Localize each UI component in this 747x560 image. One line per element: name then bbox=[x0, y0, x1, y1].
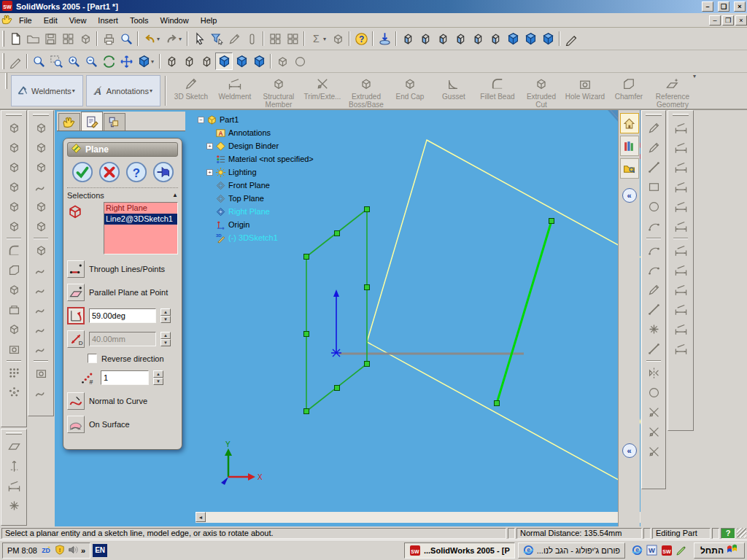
view-bottom-icon[interactable] bbox=[487, 30, 504, 47]
angle-input[interactable] bbox=[89, 308, 156, 323]
toolbar-overflow-icon[interactable]: ▾ bbox=[693, 73, 699, 109]
tree-item--3dsketch1[interactable]: 3D(-) 3DSketch1 bbox=[198, 231, 402, 244]
chamfer-icon[interactable] bbox=[4, 260, 23, 280]
unfold-icon[interactable] bbox=[31, 300, 50, 319]
extruded-boss-base-icon[interactable] bbox=[4, 118, 23, 138]
dropdown-arrow-icon[interactable]: ▾ bbox=[150, 88, 155, 94]
security-shield-icon[interactable]: ! bbox=[55, 545, 65, 556]
menu-window[interactable]: Window bbox=[155, 15, 195, 26]
rip-icon[interactable] bbox=[31, 339, 50, 359]
collapse-expander-icon[interactable]: − bbox=[198, 117, 204, 123]
help-icon[interactable]: ? bbox=[352, 30, 370, 47]
swept-boss-base-icon[interactable] bbox=[4, 177, 23, 197]
dropdown-arrow-icon[interactable]: ▾ bbox=[72, 88, 78, 94]
auto-dimension-icon[interactable] bbox=[671, 300, 690, 319]
on-surface-label[interactable]: On Surface bbox=[89, 420, 130, 429]
save-icon[interactable] bbox=[42, 30, 59, 47]
menu-file[interactable]: File bbox=[13, 15, 38, 26]
chamfer-dimension-icon[interactable] bbox=[671, 241, 690, 260]
dropdown-arrow-icon[interactable]: ▾ bbox=[179, 36, 185, 42]
angle-icon[interactable] bbox=[67, 307, 85, 324]
solidworks-resources-tab[interactable] bbox=[620, 113, 639, 133]
zonealarm-tray-icon[interactable]: ZD+ bbox=[40, 545, 52, 556]
pin-button[interactable] bbox=[152, 161, 174, 184]
language-indicator[interactable]: EN bbox=[93, 544, 107, 557]
circular-pattern-icon[interactable] bbox=[4, 383, 23, 402]
pan-icon[interactable] bbox=[117, 52, 135, 70]
ok-button[interactable] bbox=[71, 161, 93, 184]
reverse-direction-checkbox[interactable] bbox=[88, 354, 97, 363]
cancel-button[interactable] bbox=[98, 161, 120, 184]
close-button[interactable]: × bbox=[734, 1, 746, 12]
tree-item-front-plane[interactable]: Front Plane bbox=[198, 179, 402, 192]
view-isometric-icon[interactable] bbox=[504, 30, 522, 47]
child-minimize-button[interactable]: – bbox=[709, 15, 721, 26]
title-bar[interactable]: SW SolidWorks 2005 - [Part1 *] – ❑ × bbox=[0, 0, 747, 13]
distance-icon[interactable]: D bbox=[67, 330, 85, 348]
menu-view[interactable]: View bbox=[63, 15, 93, 26]
sketch-icon[interactable] bbox=[225, 30, 243, 47]
child-restore-button[interactable]: ❒ bbox=[722, 15, 734, 26]
convert-entities-icon[interactable] bbox=[644, 402, 663, 422]
welded-corner-icon[interactable] bbox=[31, 217, 50, 236]
add-relation-icon[interactable] bbox=[671, 280, 690, 300]
taskbar-task-button[interactable]: SW...SolidWorks 2005 - [P bbox=[404, 542, 515, 559]
edit-color-icon[interactable] bbox=[266, 30, 284, 47]
through-lines-points-icon[interactable] bbox=[67, 260, 85, 278]
minimize-button[interactable]: – bbox=[702, 1, 713, 12]
taskbar-task-button[interactable]: eפורום ג'יפולוג - הגב לנו... bbox=[518, 542, 625, 559]
draft-icon[interactable] bbox=[4, 319, 23, 339]
propertymanager-tab[interactable] bbox=[81, 112, 103, 131]
horizontal-dimension-icon[interactable] bbox=[671, 138, 690, 158]
hole-wizard-icon[interactable] bbox=[4, 339, 23, 359]
open-document-icon[interactable] bbox=[24, 30, 42, 47]
scroll-left-icon[interactable]: ◄ bbox=[196, 512, 206, 522]
coordinate-system-icon[interactable] bbox=[4, 476, 23, 496]
3-point-arc-icon[interactable] bbox=[644, 260, 663, 280]
new-document-icon[interactable] bbox=[7, 30, 24, 47]
selections-group-header[interactable]: Selections ▲ bbox=[67, 190, 178, 201]
base-flange-icon[interactable] bbox=[31, 118, 50, 138]
redo-icon[interactable] bbox=[163, 30, 180, 47]
menu-help[interactable]: Help bbox=[195, 15, 223, 26]
vertical-ordinate-icon[interactable] bbox=[671, 217, 690, 236]
linear-pattern-icon[interactable] bbox=[4, 363, 23, 383]
tree-item-part1[interactable]: −Part1 bbox=[198, 113, 402, 126]
selection-item[interactable]: Line2@3DSketch1 bbox=[104, 214, 177, 225]
extruded-cut-icon[interactable] bbox=[4, 138, 23, 158]
construction-geometry-icon[interactable] bbox=[644, 442, 663, 462]
dropdown-arrow-icon[interactable]: ▾ bbox=[323, 36, 329, 42]
menu-edit[interactable]: Edit bbox=[38, 15, 63, 26]
undo-icon[interactable] bbox=[141, 30, 158, 47]
display-delete-relations-icon[interactable] bbox=[671, 319, 690, 339]
selected-sketch-line[interactable] bbox=[497, 221, 551, 403]
weldment-button[interactable]: Weldment bbox=[214, 74, 256, 107]
view-trimetric-icon[interactable] bbox=[522, 30, 539, 47]
zoom-to-selection-icon[interactable] bbox=[82, 52, 100, 70]
angle-spinner[interactable]: ▲▼ bbox=[160, 308, 171, 323]
selection-filter-icon[interactable] bbox=[208, 30, 225, 47]
flatten-icon[interactable] bbox=[31, 319, 50, 339]
break-corner-icon[interactable] bbox=[31, 241, 50, 260]
start-button[interactable]: התחל bbox=[694, 542, 745, 559]
fillet-icon[interactable] bbox=[4, 241, 23, 260]
rotate-view-icon[interactable] bbox=[100, 52, 117, 70]
view-top-icon[interactable] bbox=[469, 30, 487, 47]
baseline-dimension-icon[interactable] bbox=[671, 260, 690, 280]
lofted-boss-base-icon[interactable] bbox=[4, 197, 23, 217]
point-icon[interactable] bbox=[4, 496, 23, 516]
tree-item-right-plane[interactable]: Right Plane bbox=[198, 205, 402, 218]
collapse-task-pane-icon[interactable]: « bbox=[622, 188, 637, 203]
axis-icon[interactable] bbox=[4, 456, 23, 476]
circle-icon[interactable] bbox=[644, 197, 663, 217]
zoom-in-out-icon[interactable] bbox=[65, 52, 82, 70]
section-view-icon[interactable] bbox=[274, 52, 291, 70]
number-of-planes-spinner[interactable]: ▲▼ bbox=[153, 370, 163, 385]
quick-tips-icon[interactable]: ? bbox=[721, 528, 735, 539]
print-preview-icon[interactable] bbox=[117, 30, 135, 47]
child-close-button[interactable]: × bbox=[735, 15, 747, 26]
vertical-dimension-icon[interactable] bbox=[671, 158, 690, 177]
dome-icon[interactable] bbox=[4, 217, 23, 236]
through-lines-points-label[interactable]: Through Lines/Points bbox=[89, 265, 165, 273]
smart-dimension-icon[interactable] bbox=[671, 118, 690, 138]
